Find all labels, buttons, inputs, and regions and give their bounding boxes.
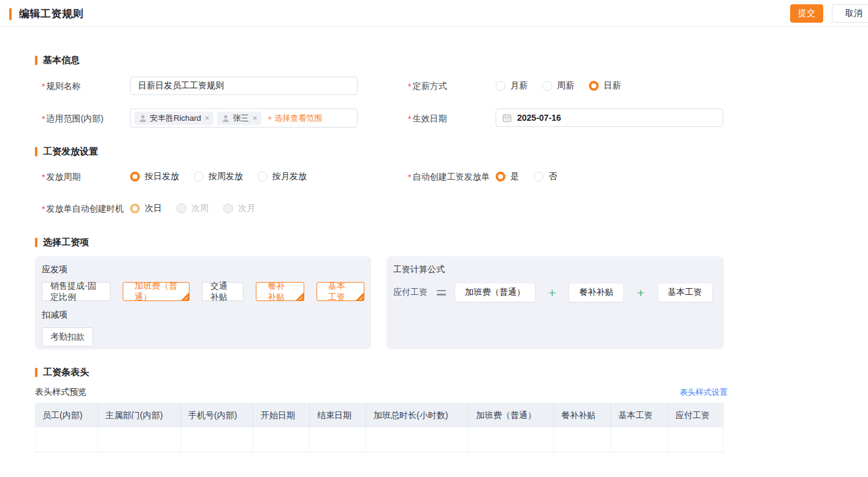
member-name: 张三 bbox=[232, 113, 248, 124]
table-cell bbox=[554, 427, 611, 452]
rule-name-input[interactable] bbox=[130, 77, 358, 95]
column-header: 开始日期 bbox=[253, 403, 310, 427]
section-basic-info: 基本信息 bbox=[35, 55, 80, 66]
required-asterisk: * bbox=[42, 82, 45, 91]
radio-disabled-icon bbox=[177, 204, 186, 213]
auto-create-label: * 自动创建工资发放单 bbox=[408, 172, 490, 183]
section-marker bbox=[35, 238, 37, 247]
create-timing-radio-group: 次日 次周 次月 bbox=[130, 199, 255, 218]
section-marker bbox=[35, 56, 37, 65]
check-icon: ✓ bbox=[299, 296, 304, 302]
tag-transport-allowance[interactable]: 交通补贴 bbox=[202, 282, 244, 301]
person-icon bbox=[139, 114, 147, 123]
radio-disabled-icon bbox=[223, 204, 233, 213]
table-cell bbox=[253, 427, 310, 452]
radio-checked-disabled-icon bbox=[130, 204, 140, 213]
radio-checked-icon bbox=[589, 81, 599, 91]
create-timing-label: * 发放单自动创建时机 bbox=[42, 204, 123, 215]
radio-icon bbox=[542, 81, 552, 91]
check-icon: ✓ bbox=[184, 296, 189, 302]
column-header: 餐补补贴 bbox=[554, 403, 611, 427]
remove-member-icon[interactable]: × bbox=[205, 114, 210, 122]
remove-member-icon[interactable]: × bbox=[252, 114, 257, 122]
column-header: 结束日期 bbox=[310, 403, 366, 427]
page-title: 编辑工资规则 bbox=[19, 7, 83, 21]
formula-term-overtime[interactable]: 加班费（普通） bbox=[455, 283, 536, 302]
select-scope-link[interactable]: + 选择查看范围 bbox=[267, 113, 322, 124]
radio-daily-salary[interactable]: 日薪 bbox=[589, 80, 621, 91]
required-asterisk: * bbox=[42, 204, 45, 214]
rule-name-label: * 规则名称 bbox=[42, 81, 80, 92]
required-asterisk: * bbox=[408, 172, 411, 182]
radio-checked-icon bbox=[130, 172, 140, 181]
deduction-tags-row: 考勤扣款 bbox=[42, 327, 364, 346]
section-salary-items: 选择工资项 bbox=[35, 237, 89, 248]
table-cell bbox=[98, 427, 181, 452]
table-cell bbox=[310, 427, 366, 452]
edit-salary-rule-page: 编辑工资规则 提交 取消 基本信息 * 规则名称 * 定薪方式 月薪 周薪 日薪 bbox=[0, 0, 868, 477]
required-asterisk: * bbox=[408, 114, 411, 124]
tag-sales-commission[interactable]: 销售提成-固定比例 bbox=[42, 282, 110, 301]
radio-icon bbox=[496, 81, 505, 91]
column-header: 主属部门(内部) bbox=[98, 403, 181, 427]
required-asterisk: * bbox=[42, 172, 45, 182]
section-marker bbox=[35, 147, 37, 156]
member-tag: 安丰胜Richard × bbox=[134, 112, 213, 125]
cycle-radio-group: 按日发放 按周发放 按月发放 bbox=[130, 167, 307, 186]
radio-icon bbox=[258, 172, 267, 181]
page-title-wrap: 编辑工资规则 bbox=[9, 7, 83, 21]
submit-button[interactable]: 提交 bbox=[790, 4, 823, 23]
required-asterisk: * bbox=[42, 114, 45, 124]
radio-next-month-disabled: 次月 bbox=[223, 203, 255, 214]
title-accent-bar bbox=[9, 8, 12, 20]
radio-next-day-disabled: 次日 bbox=[130, 203, 162, 214]
radio-yes[interactable]: 是 bbox=[496, 171, 519, 182]
pay-method-radio-group: 月薪 周薪 日薪 bbox=[496, 77, 621, 95]
table-cell bbox=[35, 427, 98, 452]
salary-items-panel: 应发项 销售提成-固定比例 加班费（普通）✓ 交通补贴 餐补补贴✓ 基本工资✓ … bbox=[35, 256, 371, 349]
payslip-preview-table: 员工(内部) 主属部门(内部) 手机号(内部) 开始日期 结束日期 加班总时长(… bbox=[35, 403, 724, 452]
table-cell bbox=[366, 427, 469, 452]
calendar-icon bbox=[502, 113, 512, 123]
radio-no[interactable]: 否 bbox=[534, 171, 557, 182]
plus-icon: + bbox=[548, 286, 556, 299]
column-header: 加班费（普通） bbox=[469, 403, 554, 427]
formula-term-base[interactable]: 基本工资 bbox=[658, 283, 713, 302]
deduction-items-label: 扣减项 bbox=[42, 310, 364, 321]
formula-result-label: 应付工资 bbox=[393, 287, 428, 298]
column-header: 员工(内部) bbox=[35, 403, 98, 427]
plus-icon: + bbox=[637, 286, 644, 299]
table-cell bbox=[668, 427, 724, 452]
radio-pay-daily[interactable]: 按日发放 bbox=[130, 171, 179, 182]
cycle-label: * 发放周期 bbox=[42, 172, 80, 183]
formula-term-meal[interactable]: 餐补补贴 bbox=[569, 283, 624, 302]
section-marker bbox=[35, 368, 37, 377]
section-payment-settings: 工资发放设置 bbox=[35, 146, 98, 158]
payable-tags-row: 销售提成-固定比例 加班费（普通）✓ 交通补贴 餐补补贴✓ 基本工资✓ bbox=[42, 282, 364, 301]
table-cell bbox=[611, 427, 668, 452]
column-header: 手机号(内部) bbox=[181, 403, 253, 427]
header-style-settings-link[interactable]: 表头样式设置 bbox=[680, 387, 724, 398]
tag-base-salary-selected[interactable]: 基本工资✓ bbox=[317, 282, 364, 301]
radio-pay-monthly[interactable]: 按月发放 bbox=[258, 171, 307, 182]
radio-checked-icon bbox=[496, 172, 505, 181]
tag-meal-allowance-selected[interactable]: 餐补补贴✓ bbox=[256, 282, 304, 301]
member-name: 安丰胜Richard bbox=[150, 113, 201, 124]
radio-weekly-salary[interactable]: 周薪 bbox=[542, 80, 574, 91]
pay-method-label: * 定薪方式 bbox=[408, 81, 447, 92]
tag-attendance-deduction[interactable]: 考勤扣款 bbox=[42, 327, 93, 346]
radio-monthly-salary[interactable]: 月薪 bbox=[496, 80, 528, 91]
section-payslip-header: 工资条表头 bbox=[35, 367, 89, 378]
scope-select-box[interactable]: 安丰胜Richard × 张三 × + 选择查看范围 bbox=[130, 109, 358, 128]
cancel-button[interactable]: 取消 bbox=[832, 4, 868, 23]
radio-pay-weekly[interactable]: 按周发放 bbox=[194, 171, 243, 182]
effective-date-input[interactable]: 2025-07-16 bbox=[496, 109, 723, 127]
auto-create-radio-group: 是 否 bbox=[496, 167, 557, 186]
required-asterisk: * bbox=[408, 82, 411, 91]
date-value: 2025-07-16 bbox=[517, 113, 561, 123]
member-tag: 张三 × bbox=[217, 112, 261, 125]
top-bar: 编辑工资规则 提交 取消 bbox=[0, 0, 868, 27]
radio-icon bbox=[194, 172, 204, 181]
effective-date-label: * 生效日期 bbox=[408, 113, 447, 124]
tag-overtime-pay-selected[interactable]: 加班费（普通）✓ bbox=[123, 282, 190, 301]
